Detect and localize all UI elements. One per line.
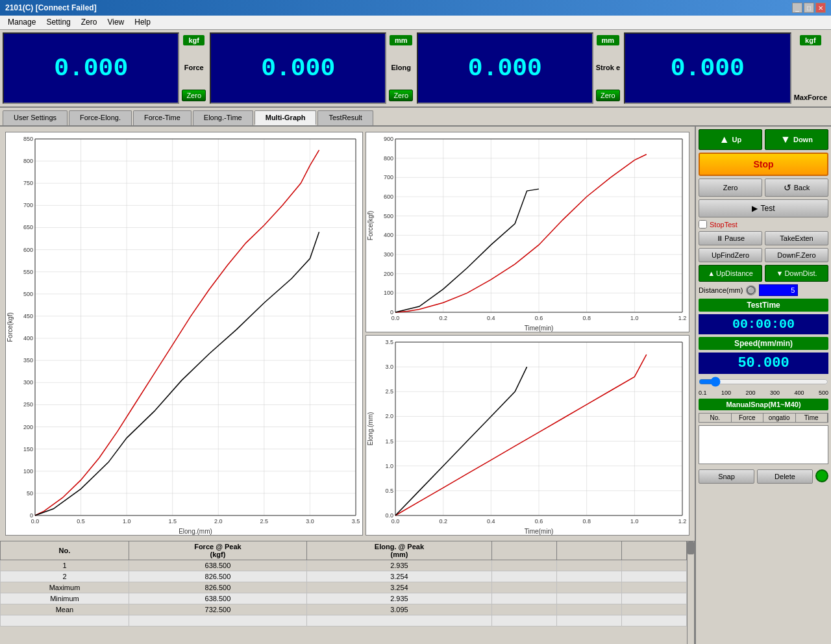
table-row-empty: [1, 615, 687, 626]
col-empty1: [492, 541, 557, 560]
strok-zero-button[interactable]: Zero: [596, 90, 620, 101]
data-table: No. Force @ Peak(kgf) Elong. @ Peak(mm) …: [0, 541, 687, 626]
force-elong-canvas: [6, 132, 362, 535]
max-force: 826.500: [129, 582, 306, 593]
menu-view[interactable]: View: [102, 17, 129, 28]
snap-col-no: No.: [699, 414, 732, 422]
elong-time-chart: [366, 335, 689, 536]
tab-user-settings[interactable]: User Settings: [3, 110, 68, 125]
stop-button[interactable]: Stop: [699, 153, 828, 176]
right-panel: ▲ Up ▼ Down Stop Zero ↺ Back ▶ Test: [695, 127, 831, 644]
take-exten-label: TakeExten: [780, 234, 813, 242]
speed-value: 50.000: [738, 355, 789, 371]
strok-label-side: mm Strok e Zero: [595, 32, 621, 104]
mean-label: Mean: [1, 604, 129, 615]
distance-knob-icon: 🔘: [745, 285, 756, 295]
row1-no: 1: [1, 560, 129, 571]
col-elong-peak: Elong. @ Peak(mm): [306, 541, 491, 560]
down-dist-label: DownDist.: [784, 269, 817, 277]
speed-display: 50.000: [699, 353, 828, 374]
zero-ctrl-button[interactable]: Zero: [699, 179, 762, 197]
menu-help[interactable]: Help: [129, 17, 156, 28]
elong-channel-label: Elong: [391, 64, 411, 71]
up-find-zero-button[interactable]: UpFindZero: [699, 248, 762, 262]
tab-bar: User Settings Force-Elong. Force-Time El…: [0, 108, 831, 127]
zero-ctrl-label: Zero: [723, 184, 738, 192]
row2-force: 826.500: [129, 571, 306, 582]
manual-snap-section: ManualSnap(M1~M40): [699, 399, 828, 410]
snap-button[interactable]: Snap: [699, 469, 754, 484]
force-unit-label: kgf: [183, 35, 205, 45]
tab-elong-time[interactable]: Elong.-Time: [193, 110, 253, 125]
pause-icon: ⏸: [716, 234, 723, 242]
maxforce-channel-label: MaxForce: [794, 93, 827, 101]
take-exten-button[interactable]: TakeExten: [765, 231, 828, 245]
tab-test-result[interactable]: TestResult: [317, 110, 373, 125]
speed-slider-row: [699, 377, 828, 387]
test-button[interactable]: ▶ Test: [699, 199, 828, 217]
dist-btn-row: ▲ UpDistance ▼ DownDist.: [699, 265, 828, 282]
menu-setting[interactable]: Setting: [41, 17, 75, 28]
strok-channel-label: Strok e: [596, 64, 620, 71]
manual-snap-label: ManualSnap(M1~M40): [726, 401, 800, 408]
snap-data-area: [699, 425, 828, 464]
tab-force-time[interactable]: Force-Time: [133, 110, 192, 125]
right-charts: [366, 132, 689, 536]
force-elong-chart: [5, 132, 363, 536]
play-icon: ▶: [752, 204, 758, 213]
stop-test-label: StopTest: [710, 221, 738, 229]
strok-unit-label: mm: [597, 35, 620, 45]
back-label: Back: [794, 184, 810, 192]
min-force: 638.500: [129, 593, 306, 604]
menu-zero[interactable]: Zero: [76, 17, 103, 28]
minimize-button[interactable]: _: [792, 3, 802, 13]
speed-slider[interactable]: [699, 377, 828, 387]
pause-button[interactable]: ⏸ Pause: [699, 231, 762, 245]
down-f-zero-button[interactable]: DownF.Zero: [765, 248, 828, 262]
chart-table-area: No. Force @ Peak(kgf) Elong. @ Peak(mm) …: [0, 127, 695, 644]
distance-input[interactable]: [759, 284, 798, 296]
up-arrow-icon: ▲: [719, 134, 730, 145]
mean-elong: 3.095: [306, 604, 491, 615]
title-bar: 2101(C) [Connect Failed] _ □ ✕: [0, 0, 831, 16]
force-zero-button[interactable]: Zero: [182, 90, 206, 101]
down-button[interactable]: ▼ Down: [765, 129, 828, 150]
menu-manage[interactable]: Manage: [3, 17, 41, 28]
distance-row: Distance(mm) 🔘: [699, 284, 828, 296]
menu-bar: Manage Setting Zero View Help: [0, 16, 831, 30]
back-icon: ↺: [784, 182, 791, 193]
max-elong: 3.254: [306, 582, 491, 593]
up-distance-button[interactable]: ▲ UpDistance: [699, 265, 762, 282]
maximize-button[interactable]: □: [804, 3, 814, 13]
scrollbar-thumb[interactable]: [688, 541, 694, 554]
up-button[interactable]: ▲ Up: [699, 129, 762, 150]
zero-back-row: Zero ↺ Back: [699, 179, 828, 197]
test-time-label: TestTime: [747, 301, 780, 310]
up-distance-label: UpDistance: [716, 269, 753, 277]
table-row-mean: Mean 732.500 3.095: [1, 604, 687, 615]
tab-force-elong[interactable]: Force-Elong.: [69, 110, 132, 125]
back-button[interactable]: ↺ Back: [765, 179, 828, 197]
tab-multi-graph[interactable]: Multi-Graph: [254, 110, 317, 125]
elong-display-group: 0.000 mm Elong Zero: [210, 32, 414, 104]
close-button[interactable]: ✕: [815, 3, 826, 13]
status-indicator: [815, 469, 828, 482]
down-dist-button[interactable]: ▼ DownDist.: [765, 265, 828, 282]
up-label: Up: [732, 136, 742, 143]
table-row-minimum: Minimum 638.500 2.935: [1, 593, 687, 604]
snap-col-time: Time: [796, 414, 828, 422]
stop-test-checkbox[interactable]: [699, 220, 707, 229]
table-scrollbar[interactable]: [687, 541, 695, 644]
snap-label: Snap: [718, 473, 735, 480]
up-dist-icon: ▲: [708, 269, 715, 277]
force-display-group: 0.000 kgf Force Zero: [3, 32, 207, 104]
delete-button[interactable]: Delete: [757, 469, 813, 484]
row2-elong: 3.254: [306, 571, 491, 582]
data-table-scroll[interactable]: No. Force @ Peak(kgf) Elong. @ Peak(mm) …: [0, 541, 687, 644]
delete-label: Delete: [775, 473, 795, 480]
chart-container: [0, 127, 695, 541]
speed-label: Speed(mm/min): [734, 339, 793, 348]
elong-zero-button[interactable]: Zero: [389, 90, 413, 101]
data-table-wrapper: No. Force @ Peak(kgf) Elong. @ Peak(mm) …: [0, 541, 695, 644]
force-channel-label: Force: [184, 64, 204, 71]
